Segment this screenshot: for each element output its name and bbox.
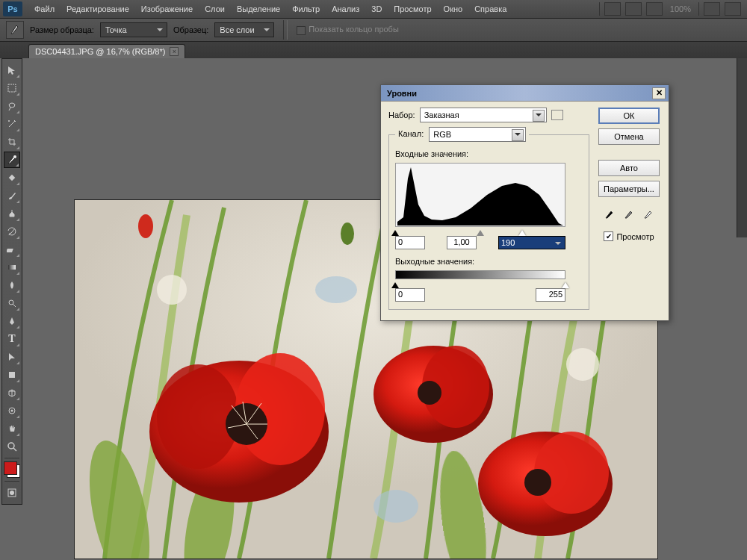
work-area: T [0,58,747,560]
output-white-field[interactable]: 255 [536,288,565,302]
hand-tool[interactable] [4,420,20,437]
output-slider[interactable] [395,279,565,287]
launch-mb-icon[interactable] [625,2,642,16]
black-eyedropper-icon[interactable] [603,206,616,220]
cancel-button[interactable]: Отмена [598,128,660,145]
move-tool[interactable] [4,62,20,78]
current-tool-icon[interactable] [6,21,24,39]
sample-size-select[interactable]: Точка [100,22,167,37]
dialog-titlebar[interactable]: Уровни ✕ [381,85,669,102]
menu-image[interactable]: Изображение [135,1,199,16]
zoom-level[interactable]: 100% [667,4,694,13]
svg-point-37 [374,490,418,523]
svg-rect-7 [9,372,15,378]
svg-rect-4 [7,249,13,252]
3d-tool[interactable] [4,385,20,401]
input-white-slider[interactable] [518,226,526,236]
healing-brush-tool[interactable] [4,169,20,186]
channel-select[interactable]: RGB [429,127,526,142]
menu-edit[interactable]: Редактирование [61,1,135,16]
svg-point-2 [13,155,16,158]
output-black-field[interactable]: 0 [395,288,425,302]
shape-tool[interactable] [4,367,20,383]
document-tab[interactable]: DSC04431.JPG @ 16,7% (RGB/8*) × [28,44,185,58]
close-icon[interactable]: ✕ [652,87,666,99]
blur-tool[interactable] [4,277,20,293]
white-eyedropper-icon[interactable] [642,206,655,220]
channel-fieldset: Канал: RGB Входные значения: [388,127,589,310]
svg-point-21 [157,364,239,469]
sample-size-label: Размер образца: [30,25,94,34]
menu-analysis[interactable]: Анализ [326,1,365,16]
document-tab-label: DSC04431.JPG @ 16,7% (RGB/8*) [35,47,165,56]
lasso-tool[interactable] [4,98,20,114]
preview-checkbox[interactable]: ✔Просмотр [604,231,654,241]
document-tab-bar: DSC04431.JPG @ 16,7% (RGB/8*) × [0,42,747,58]
right-dock[interactable] [737,58,747,237]
menu-select[interactable]: Выделение [231,1,286,16]
menu-layer[interactable]: Слои [199,1,231,16]
3d-camera-tool[interactable] [4,402,20,419]
sample-from-select[interactable]: Все слои [214,22,274,37]
type-tool[interactable]: T [4,331,20,347]
output-white-slider[interactable] [562,279,569,288]
pen-tool[interactable] [4,313,20,329]
crop-tool[interactable] [4,134,20,150]
fg-swatch[interactable] [4,461,17,475]
menu-filter[interactable]: Фильтр [286,1,326,16]
brush-tool[interactable] [4,187,20,204]
menu-view[interactable]: Просмотр [388,1,437,16]
clone-stamp-tool[interactable] [4,205,20,222]
ok-button[interactable]: ОК [598,108,660,124]
input-gamma-field[interactable]: 1,00 [447,236,477,249]
svg-point-35 [524,469,551,496]
channel-label: Канал: [398,129,424,138]
menu-window[interactable]: Окно [438,1,469,16]
marquee-tool[interactable] [4,80,20,96]
auto-button[interactable]: Авто [598,160,660,176]
svg-point-36 [315,276,357,303]
zoom-tool[interactable] [4,438,20,455]
menu-file[interactable]: Файл [28,1,61,16]
input-black-field[interactable]: 0 [395,236,425,249]
launch-bridge-icon[interactable] [604,2,621,16]
svg-point-17 [157,275,187,305]
preset-menu-icon[interactable] [551,110,563,120]
input-black-slider[interactable] [391,226,399,236]
input-white-field[interactable]: 190 [498,236,565,249]
svg-point-9 [11,410,13,412]
menu-bar: Ps Файл Редактирование Изображение Слои … [0,0,747,18]
output-black-slider[interactable] [391,279,399,288]
eraser-tool[interactable] [4,241,20,258]
screen-mode-icon[interactable] [725,2,741,16]
svg-point-39 [341,223,354,245]
arrange-docs-icon[interactable] [704,2,720,16]
color-swatches[interactable] [4,461,20,478]
svg-point-10 [8,443,14,449]
input-slider[interactable] [395,227,565,234]
view-extras-icon[interactable] [646,2,663,16]
close-tab-icon[interactable]: × [170,47,179,56]
show-ring-label: Показать кольцо пробы [309,25,399,34]
svg-rect-0 [8,84,16,92]
eyedropper-tool[interactable] [4,152,20,168]
gradient-tool[interactable] [4,259,20,276]
svg-point-38 [138,214,153,238]
svg-rect-3 [9,175,15,181]
history-brush-tool[interactable] [4,223,20,240]
show-ring-checkbox[interactable]: Показать кольцо пробы [297,25,399,34]
preset-select[interactable]: Заказная [420,108,547,122]
menu-3d[interactable]: 3D [365,1,388,16]
path-select-tool[interactable] [4,349,20,365]
magic-wand-tool[interactable] [4,116,20,132]
svg-rect-5 [8,265,16,270]
options-button[interactable]: Параметры... [598,181,660,197]
output-levels-label: Выходные значения: [395,257,583,266]
menu-help[interactable]: Справка [468,1,512,16]
dodge-tool[interactable] [4,295,20,311]
quick-mask-toggle[interactable] [4,485,20,501]
input-gamma-slider[interactable] [477,226,484,236]
options-bar: Размер образца: Точка Образец: Все слои … [0,18,747,42]
gray-eyedropper-icon[interactable] [622,206,636,220]
output-gradient [395,270,565,279]
